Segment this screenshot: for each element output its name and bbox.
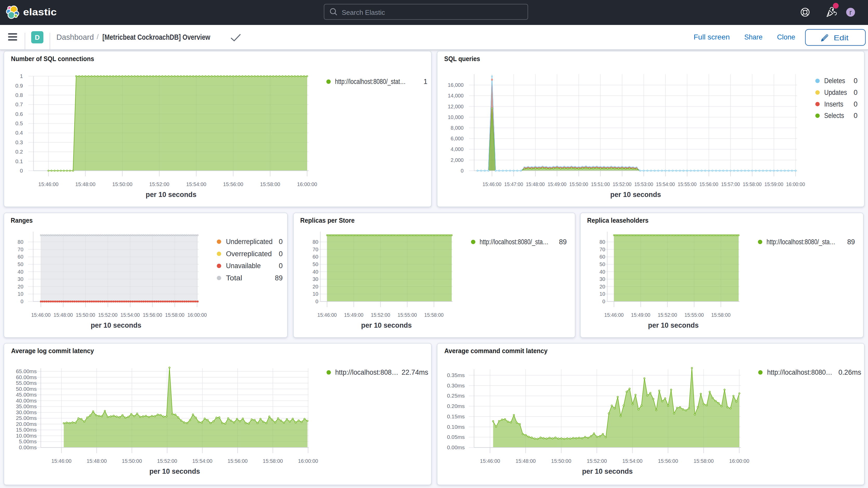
svg-text:15:46:00: 15:46:00 — [483, 181, 502, 187]
svg-text:15:56:00: 15:56:00 — [699, 181, 718, 187]
svg-text:Replica leaseholders: Replica leaseholders — [587, 217, 648, 224]
svg-text:15:59:00: 15:59:00 — [765, 181, 783, 187]
svg-text:15:48:00: 15:48:00 — [516, 458, 536, 464]
svg-text:0: 0 — [854, 112, 858, 120]
svg-text:0.4: 0.4 — [16, 130, 23, 135]
svg-text:15:52:00: 15:52:00 — [613, 181, 631, 187]
svg-text:40: 40 — [599, 269, 605, 275]
svg-text:0.10ms: 0.10ms — [447, 424, 465, 430]
svg-text:8,000: 8,000 — [451, 125, 464, 131]
svg-text:16:00:00: 16:00:00 — [297, 181, 317, 187]
svg-text:15:48:00: 15:48:00 — [75, 181, 95, 187]
svg-text:0.8: 0.8 — [16, 92, 23, 98]
svg-text:per 10 seconds: per 10 seconds — [361, 322, 412, 329]
svg-text:20.00ms: 20.00ms — [16, 421, 37, 427]
svg-text:15:54:00: 15:54:00 — [192, 458, 212, 464]
svg-text:70: 70 — [18, 247, 23, 252]
svg-text:15:58:00: 15:58:00 — [424, 312, 444, 318]
svg-text:25.00ms: 25.00ms — [16, 415, 37, 421]
svg-text:r: r — [849, 8, 851, 17]
svg-text:per 10 seconds: per 10 seconds — [146, 191, 196, 199]
svg-text:15:50:00: 15:50:00 — [569, 181, 588, 187]
svg-text:15:58:00: 15:58:00 — [263, 458, 283, 464]
svg-text:15:58:00: 15:58:00 — [693, 458, 714, 464]
svg-text:10,000: 10,000 — [448, 114, 464, 120]
svg-text:15:48:00: 15:48:00 — [54, 312, 73, 318]
svg-text:0: 0 — [854, 77, 858, 85]
svg-text:0: 0 — [279, 238, 283, 246]
svg-text:15:46:00: 15:46:00 — [480, 458, 500, 464]
svg-text:Ranges: Ranges — [11, 217, 32, 224]
svg-text:0.30ms: 0.30ms — [447, 383, 465, 389]
svg-text:0: 0 — [602, 299, 605, 304]
svg-text:15:46:00: 15:46:00 — [604, 312, 623, 318]
svg-text:Edit: Edit — [834, 34, 848, 42]
svg-text:0.20ms: 0.20ms — [447, 403, 465, 409]
svg-text:Number of SQL connections: Number of SQL connections — [11, 55, 94, 62]
svg-text:Overreplicated: Overreplicated — [226, 250, 272, 258]
svg-text:89: 89 — [275, 274, 283, 282]
svg-text:15:52:00: 15:52:00 — [98, 312, 118, 318]
svg-text:16:00:00: 16:00:00 — [729, 458, 749, 464]
svg-text:45.00ms: 45.00ms — [16, 392, 37, 398]
svg-text:0: 0 — [854, 89, 858, 96]
svg-text:10: 10 — [599, 291, 605, 297]
svg-text:15.00ms: 15.00ms — [16, 427, 37, 433]
svg-text:20: 20 — [313, 284, 318, 289]
svg-text:50: 50 — [18, 262, 23, 267]
svg-text:http://localhost:8080/_sta…: http://localhost:8080/_sta… — [767, 238, 836, 246]
svg-text:15:49:00: 15:49:00 — [344, 312, 363, 318]
svg-text:0: 0 — [21, 299, 23, 304]
svg-text:0: 0 — [279, 250, 283, 258]
svg-text:10: 10 — [313, 291, 318, 297]
svg-text:0.3: 0.3 — [16, 139, 23, 145]
svg-text:80: 80 — [18, 239, 23, 245]
svg-text:15:58:00: 15:58:00 — [711, 312, 731, 318]
svg-text:15:48:00: 15:48:00 — [526, 181, 545, 187]
svg-text:Inserts: Inserts — [824, 100, 844, 108]
svg-text:15:56:00: 15:56:00 — [658, 458, 678, 464]
svg-text:0.15ms: 0.15ms — [447, 414, 465, 419]
svg-text:Share: Share — [744, 33, 763, 41]
svg-text:15:52:00: 15:52:00 — [157, 458, 177, 464]
svg-text:per 10 seconds: per 10 seconds — [582, 467, 633, 475]
svg-text:0.9: 0.9 — [16, 83, 23, 89]
svg-text:http://localhost:8080…: http://localhost:8080… — [767, 368, 832, 376]
svg-text:40: 40 — [18, 269, 23, 275]
svg-text:70: 70 — [599, 247, 605, 252]
svg-text:0.26ms: 0.26ms — [838, 368, 861, 376]
svg-text:0: 0 — [279, 262, 283, 270]
svg-text:15:55:00: 15:55:00 — [684, 312, 704, 318]
svg-text:55.00ms: 55.00ms — [16, 380, 37, 386]
svg-text:http://localhost:8080/_sta…: http://localhost:8080/_sta… — [480, 238, 549, 246]
svg-text:50.00ms: 50.00ms — [16, 386, 37, 392]
svg-text:15:54:00: 15:54:00 — [121, 312, 140, 318]
svg-text:Dashboard: Dashboard — [56, 33, 94, 41]
svg-text:12,000: 12,000 — [448, 104, 464, 110]
svg-text:16:00:00: 16:00:00 — [786, 181, 805, 187]
svg-text:5.00ms: 5.00ms — [19, 438, 37, 444]
svg-text:30: 30 — [599, 276, 605, 282]
svg-text:D: D — [35, 33, 40, 41]
svg-text:0.00ms: 0.00ms — [19, 444, 37, 450]
svg-text:40: 40 — [313, 269, 318, 275]
svg-text:per 10 seconds: per 10 seconds — [648, 322, 699, 329]
svg-text:22.74ms: 22.74ms — [402, 368, 428, 376]
svg-text:per 10 seconds: per 10 seconds — [91, 322, 142, 329]
svg-text:0.35ms: 0.35ms — [447, 372, 465, 378]
svg-text:15:52:00: 15:52:00 — [149, 181, 169, 187]
svg-text:15:58:00: 15:58:00 — [165, 312, 184, 318]
svg-text:0.1: 0.1 — [16, 158, 23, 164]
svg-text:elastic: elastic — [23, 7, 57, 18]
svg-text:30: 30 — [313, 276, 318, 282]
svg-text:2,000: 2,000 — [451, 157, 464, 163]
svg-text:15:46:00: 15:46:00 — [31, 312, 51, 318]
svg-text:0: 0 — [20, 167, 23, 174]
svg-text:0.05ms: 0.05ms — [447, 434, 465, 440]
svg-text:SQL queries: SQL queries — [444, 55, 480, 62]
svg-text:Deletes: Deletes — [824, 77, 845, 85]
svg-text:10: 10 — [18, 291, 23, 297]
svg-text:6,000: 6,000 — [451, 135, 464, 141]
svg-text:15:47:00: 15:47:00 — [504, 181, 523, 187]
svg-text:15:46:00: 15:46:00 — [52, 458, 71, 464]
